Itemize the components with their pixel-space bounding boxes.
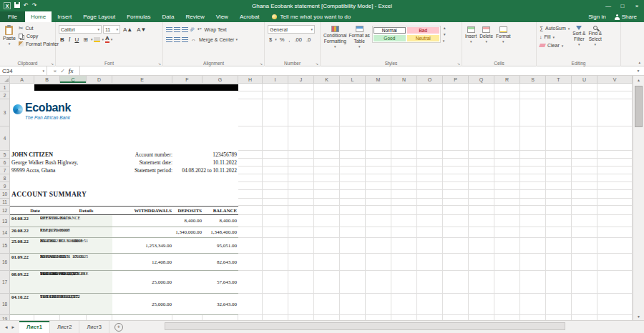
cell[interactable] [340,166,366,174]
share-button[interactable]: Share [615,14,637,20]
cell[interactable] [391,174,417,182]
gallery-up-icon[interactable]: ▲ [443,26,447,30]
cell[interactable] [494,166,520,174]
cell[interactable] [597,254,633,271]
cell[interactable] [366,166,391,174]
cell[interactable] [494,315,520,320]
cell[interactable] [494,91,520,99]
tab-insert[interactable]: Insert [52,11,77,22]
tab-view[interactable]: View [210,11,234,22]
cell[interactable] [494,215,520,227]
cell[interactable] [238,199,263,206]
cell[interactable] [288,84,314,91]
cell[interactable] [366,99,391,126]
cell[interactable] [546,294,572,315]
cell[interactable] [263,182,288,190]
cell-style-good[interactable]: Good [374,35,406,41]
cell[interactable] [572,227,597,238]
cell[interactable] [572,84,597,91]
minimize-button[interactable]: — [601,0,615,11]
cell[interactable] [469,126,494,151]
cell[interactable] [494,84,520,91]
cell[interactable] [314,99,340,126]
cell[interactable] [546,166,572,174]
cell[interactable] [546,91,572,99]
row-header-2[interactable]: 2 [0,91,10,99]
cell[interactable] [469,315,494,320]
row-header-10[interactable]: 10 [0,190,10,199]
tab-home[interactable]: Home [25,11,52,22]
cell[interactable] [340,99,366,126]
cell[interactable] [172,315,203,320]
cell[interactable] [469,206,494,215]
cell[interactable] [417,174,443,182]
cell-style-bad[interactable]: Bad [407,27,439,34]
cell[interactable] [340,126,366,151]
cell[interactable] [520,206,546,215]
cell[interactable] [443,159,469,166]
cell[interactable] [391,166,417,174]
column-header-I[interactable]: I [263,76,288,84]
column-header-J[interactable]: J [288,76,314,84]
cell[interactable] [391,190,417,199]
cell[interactable] [546,254,572,271]
cell[interactable] [340,91,366,99]
cell[interactable] [87,315,112,320]
cell[interactable] [366,271,391,294]
cell[interactable] [314,227,340,238]
cell[interactable] [366,199,391,206]
cell[interactable] [391,182,417,190]
cell[interactable] [263,215,288,227]
cell[interactable] [288,99,314,126]
cell[interactable] [494,190,520,199]
cell[interactable] [238,254,263,271]
cell[interactable] [314,271,340,294]
cell[interactable] [314,151,340,159]
cell[interactable] [263,190,288,199]
column-header-O[interactable]: O [417,76,443,84]
cell[interactable] [469,238,494,254]
row-header-8[interactable]: 8 [0,174,10,182]
cell[interactable] [546,271,572,294]
increase-decimal-button[interactable]: .00 [293,36,303,43]
align-left-button[interactable] [166,37,172,42]
currency-format-button[interactable]: $ [268,36,273,43]
cell[interactable] [417,159,443,166]
close-button[interactable]: × [630,0,644,11]
cell[interactable] [288,206,314,215]
cell[interactable] [417,182,443,190]
clear-button[interactable]: Clear▾ [540,41,570,49]
cell[interactable] [391,294,417,315]
cell[interactable] [391,84,417,91]
delete-cells-button[interactable]: Delete ▾ [479,25,493,58]
cell[interactable] [494,126,520,151]
cell[interactable] [263,206,288,215]
comma-format-button[interactable]: , [287,36,291,43]
cell[interactable] [288,238,314,254]
cell[interactable] [520,254,546,271]
row-header-4[interactable]: 4 [0,126,10,151]
column-header-U[interactable]: U [572,76,597,84]
column-header-E[interactable]: E [112,76,172,84]
cell[interactable] [520,166,546,174]
cell[interactable] [288,159,314,166]
redo-button[interactable]: ↷ [32,2,37,9]
sheet-nav-left-icon[interactable]: ◂ [5,324,8,330]
cell[interactable] [597,99,633,126]
column-header-A[interactable]: A [10,76,34,84]
cell[interactable] [494,254,520,271]
cell[interactable] [469,151,494,159]
cell[interactable] [288,227,314,238]
cell[interactable] [417,151,443,159]
cell[interactable] [314,126,340,151]
format-cells-button[interactable]: Format ▾ [496,25,511,58]
orientation-button[interactable]: ab [189,26,195,33]
cell[interactable] [340,227,366,238]
cell[interactable] [469,271,494,294]
decrease-font-size-button[interactable]: A▼ [135,26,147,33]
collapse-ribbon-button[interactable]: ▴ [638,60,640,64]
percent-format-button[interactable]: % [278,36,286,43]
column-header-C[interactable]: C [60,76,87,84]
cell[interactable] [546,99,572,126]
cell[interactable] [288,271,314,294]
